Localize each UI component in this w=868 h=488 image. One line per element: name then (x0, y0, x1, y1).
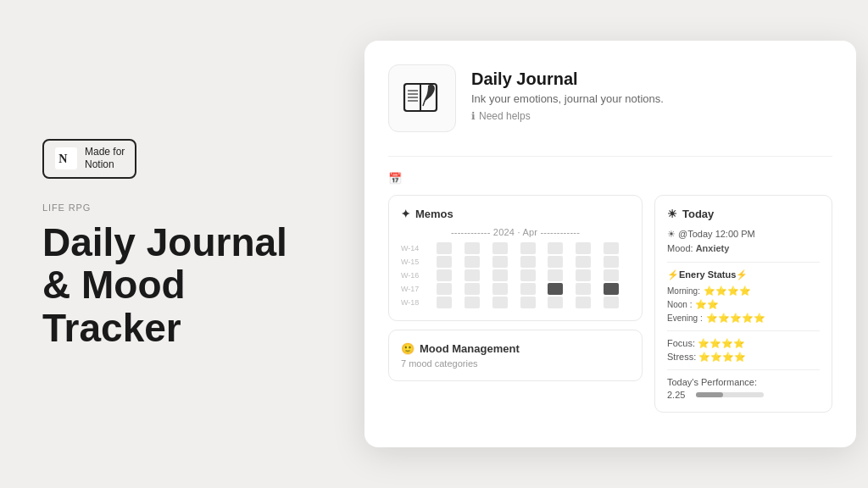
morning-row: Morning: ⭐⭐⭐⭐ (667, 286, 820, 297)
app-subtitle: Ink your emotions, journal your notions. (471, 92, 664, 105)
today-date: ☀ @Today 12:00 PM (667, 229, 820, 240)
performance-bar-fill (696, 392, 723, 397)
sun-small-icon: ☀ (667, 229, 676, 239)
performance-value: 2.25 (667, 390, 691, 400)
stress-row: Stress: ⭐⭐⭐⭐ (667, 352, 820, 363)
mood-subtitle: 7 mood categories (401, 358, 630, 369)
notion-badge: N Made for Notion (42, 139, 136, 179)
mood-value: Anxiety (696, 243, 730, 253)
performance-bar-container: 2.25 (667, 390, 820, 400)
noon-row: Noon : ⭐⭐ (667, 299, 820, 310)
mood-icon: 🙂 (401, 342, 415, 355)
today-header: ☀ Today (667, 208, 820, 220)
today-panel: ☀ Today ☀ @Today 12:00 PM Mood: Anxiety … (654, 195, 832, 413)
sparkle-icon: ✦ (401, 208, 410, 220)
cal-label: ------------ 2024 · Apr ------------ (401, 227, 630, 237)
memos-card: ✦ Memos ------------ 2024 · Apr --------… (388, 195, 643, 321)
app-help: ℹ Need helps (471, 110, 664, 122)
calendar-icon: 📅 (388, 172, 402, 185)
left-panel: N Made for Notion LiFE RPG Daily Journal… (0, 88, 364, 401)
content-row: ✦ Memos ------------ 2024 · Apr --------… (388, 195, 832, 413)
app-icon (388, 64, 456, 132)
cal-grid: W-14 W-15 (401, 242, 630, 308)
category-label: LiFE RPG (42, 202, 322, 213)
performance-label: Today's Performance: (667, 377, 820, 387)
energy-header: ⚡Enery Status⚡ (667, 269, 820, 280)
svg-line-8 (423, 101, 425, 106)
divider (388, 156, 832, 157)
mood-line: Mood: Anxiety (667, 243, 820, 253)
app-header: Daily Journal Ink your emotions, journal… (388, 64, 832, 132)
main-title: Daily Journal & Mood Tracker (42, 221, 322, 350)
app-title: Daily Journal (471, 69, 664, 89)
sun-icon: ☀ (667, 208, 677, 220)
today-section: ☀ Today ☀ @Today 12:00 PM Mood: Anxiety … (654, 195, 832, 413)
performance-bar (696, 392, 764, 397)
noon-stars: ⭐⭐ (695, 299, 719, 310)
calendar-section-header: 📅 (388, 172, 832, 185)
evening-stars: ⭐⭐⭐⭐⭐ (706, 313, 765, 324)
memos-title: ✦ Memos (401, 208, 630, 220)
focus-stars: ⭐⭐⭐⭐ (698, 338, 745, 348)
left-content: ✦ Memos ------------ 2024 · Apr --------… (388, 195, 643, 413)
separator-2 (667, 330, 820, 331)
cal-week-14: W-14 (401, 242, 435, 254)
mood-card: 🙂 Mood Management 7 mood categories (388, 330, 643, 381)
mood-title: 🙂 Mood Management (401, 342, 630, 355)
right-panel: Daily Journal Ink your emotions, journal… (364, 0, 868, 488)
app-window: Daily Journal Ink your emotions, journal… (364, 41, 856, 447)
separator (667, 262, 820, 263)
notion-logo: N (54, 147, 78, 170)
morning-stars: ⭐⭐⭐⭐ (704, 286, 751, 297)
cal-week-16: W-16 (401, 269, 435, 281)
evening-row: Evening : ⭐⭐⭐⭐⭐ (667, 313, 820, 324)
app-info: Daily Journal Ink your emotions, journal… (471, 64, 664, 122)
stress-stars: ⭐⭐⭐⭐ (698, 352, 746, 362)
separator-3 (667, 369, 820, 370)
info-icon: ℹ (471, 110, 476, 122)
cal-week-17: W-17 (401, 283, 435, 295)
svg-text:N: N (58, 152, 67, 166)
cal-week-15: W-15 (401, 256, 435, 268)
cal-week-18: W-18 (401, 297, 435, 308)
performance-section: Today's Performance: 2.25 (667, 377, 820, 400)
badge-text: Made for Notion (85, 146, 125, 172)
focus-row: Focus: ⭐⭐⭐⭐ (667, 338, 820, 349)
